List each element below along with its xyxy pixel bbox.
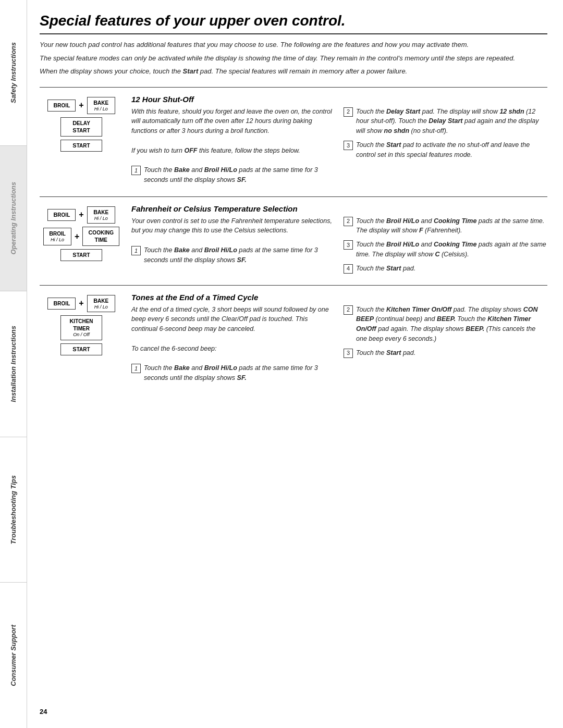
plus-icon-tones: + xyxy=(79,299,83,308)
sidebar-label-troubleshooting: Troubleshooting Tips xyxy=(9,475,17,544)
btn-kitchen-timer: KITCHENTIMEROn / Off xyxy=(60,315,102,340)
step-num-tones3: 3 xyxy=(344,349,353,358)
step-num-3: 3 xyxy=(344,141,353,150)
step-text-3: Touch the Start pad to activate the no s… xyxy=(356,140,547,160)
step-num-fc3: 3 xyxy=(344,240,353,250)
step-3-tones: 3 Touch the Start pad. xyxy=(344,348,547,358)
section-left-hour-shutoff: With this feature, should you forget and… xyxy=(131,107,335,189)
diagram-row-2: DELAYSTART xyxy=(60,117,102,136)
section-tones: BROIL + BAKEHi / Lo KITCHENTIMEROn / Off… xyxy=(40,285,547,387)
diagram-fc-row-1: BROIL + BAKEHi / Lo xyxy=(47,206,115,224)
step-num-fc2: 2 xyxy=(344,217,353,226)
sidebar-label-consumer: Consumer Support xyxy=(9,625,17,686)
main-content: Special features of your upper oven cont… xyxy=(27,0,563,728)
diagram-tones: BROIL + BAKEHi / Lo KITCHENTIMEROn / Off… xyxy=(40,293,123,387)
sidebar-section-operating: Operating Instructions xyxy=(0,146,27,292)
section-title-tones: Tones at the End of a Timed Cycle xyxy=(131,293,547,302)
step-text-tones2: Touch the Kitchen Timer On/Off pad. The … xyxy=(356,305,547,344)
section-hour-shutoff: BROIL + BAKEHi / Lo DELAYSTART START 12 … xyxy=(40,87,547,189)
intro-paragraph-2: The special feature modes can only be ac… xyxy=(40,53,547,64)
btn-bake-fc: BAKEHi / Lo xyxy=(87,206,115,224)
page-title: Special features of your upper oven cont… xyxy=(40,13,547,34)
section-title-hour-shutoff: 12 Hour Shut-Off xyxy=(131,95,547,104)
step-text-1: Touch the Bake and Broil Hi/Lo pads at t… xyxy=(144,165,335,185)
step-text-tones3: Touch the Start pad. xyxy=(356,348,415,358)
step-num-fc1: 1 xyxy=(131,246,141,255)
section-body-hour-shutoff: With this feature, should you forget and… xyxy=(131,107,547,189)
step-1-hour-shutoff: 1 Touch the Bake and Broil Hi/Lo pads at… xyxy=(131,165,335,185)
step-num-tones2: 2 xyxy=(344,305,353,315)
btn-start-fc: START xyxy=(60,249,102,261)
diagram-tones-row-1: BROIL + BAKEHi / Lo xyxy=(47,295,115,313)
step-2-hour-shutoff: 2 Touch the Delay Start pad. The display… xyxy=(344,107,547,136)
sidebar-section-consumer: Consumer Support xyxy=(0,583,27,728)
section-title-fahrenheit-celsius: Fahrenheit or Celsius Temperature Select… xyxy=(131,204,547,213)
section-left-tones: At the end of a timed cycle, 3 short bee… xyxy=(131,305,335,387)
sidebar-section-safety: Safety Instructions xyxy=(0,0,27,146)
step-1-tones: 1 Touch the Bake and Broil Hi/Lo pads at… xyxy=(131,363,335,383)
diagram-fahrenheit-celsius: BROIL + BAKEHi / Lo BROILHi / Lo + COOKI… xyxy=(40,204,123,278)
plus-icon-fc1: + xyxy=(79,210,83,219)
btn-broil-fc1: BROIL xyxy=(47,209,76,221)
sidebar-section-troubleshooting: Troubleshooting Tips xyxy=(0,437,27,583)
sidebar-label-safety: Safety Instructions xyxy=(9,42,17,103)
section-right-hour-shutoff: 2 Touch the Delay Start pad. The display… xyxy=(344,107,547,189)
btn-broil-tones: BROIL xyxy=(47,298,76,310)
step-2-fc: 2 Touch the Broil Hi/Lo and Cooking Time… xyxy=(344,216,547,236)
diagram-fc-row-2: BROILHi / Lo + COOKINGTIME xyxy=(43,227,119,245)
diagram-fc-row-3: START xyxy=(60,249,102,261)
step-text-fc2: Touch the Broil Hi/Lo and Cooking Time p… xyxy=(356,216,547,236)
step-num-1: 1 xyxy=(131,166,141,175)
step-num-fc4: 4 xyxy=(344,264,353,274)
btn-bake-1: BAKEHi / Lo xyxy=(87,97,115,115)
step-text-tones1: Touch the Bake and Broil Hi/Lo pads at t… xyxy=(144,363,335,383)
step-text-2: Touch the Delay Start pad. The display w… xyxy=(356,107,547,136)
diagram-row-3: START xyxy=(60,140,102,152)
sidebar: Safety Instructions Operating Instructio… xyxy=(0,0,27,728)
section-right-fahrenheit-celsius: 2 Touch the Broil Hi/Lo and Cooking Time… xyxy=(344,216,547,278)
section-body-tones: At the end of a timed cycle, 3 short bee… xyxy=(131,305,547,387)
step-4-fc: 4 Touch the Start pad. xyxy=(344,264,547,274)
left-note-tones: To cancel the 6-second beep: xyxy=(131,344,335,354)
step-num-2: 2 xyxy=(344,107,353,117)
page-number: 24 xyxy=(40,699,547,715)
btn-delay-start: DELAYSTART xyxy=(60,117,102,136)
section-body-fahrenheit-celsius: Your oven control is set to use the Fahr… xyxy=(131,216,547,278)
diagram-hour-shutoff: BROIL + BAKEHi / Lo DELAYSTART START xyxy=(40,95,123,189)
left-intro-hour-shutoff: With this feature, should you forget and… xyxy=(131,107,335,136)
section-left-fahrenheit-celsius: Your oven control is set to use the Fahr… xyxy=(131,216,335,278)
step-text-fc4: Touch the Start pad. xyxy=(356,264,415,274)
intro-paragraph-3: When the display shows your choice, touc… xyxy=(40,66,547,77)
btn-bake-tones: BAKEHi / Lo xyxy=(87,295,115,313)
diagram-tones-row-2: KITCHENTIMEROn / Off xyxy=(60,315,102,340)
sidebar-label-installation: Installation Instructions xyxy=(9,326,17,402)
step-text-fc3: Touch the Broil Hi/Lo and Cooking Time p… xyxy=(356,240,547,260)
content-hour-shutoff: 12 Hour Shut-Off With this feature, shou… xyxy=(131,95,547,189)
section-fahrenheit-celsius: BROIL + BAKEHi / Lo BROILHi / Lo + COOKI… xyxy=(40,196,547,278)
diagram-tones-row-3: START xyxy=(60,343,102,355)
intro-paragraph-1: Your new touch pad control has additiona… xyxy=(40,40,547,50)
btn-start-1: START xyxy=(60,140,102,152)
step-num-tones1: 1 xyxy=(131,364,141,373)
btn-cooking-time-fc: COOKINGTIME xyxy=(82,227,119,245)
plus-icon-1: + xyxy=(79,101,83,110)
left-intro-tones: At the end of a timed cycle, 3 short bee… xyxy=(131,305,335,334)
btn-start-tones: START xyxy=(60,343,102,355)
step-3-fc: 3 Touch the Broil Hi/Lo and Cooking Time… xyxy=(344,240,547,260)
step-2-tones: 2 Touch the Kitchen Timer On/Off pad. Th… xyxy=(344,305,547,344)
step-3-hour-shutoff: 3 Touch the Start pad to activate the no… xyxy=(344,140,547,160)
btn-broil-fc2: BROILHi / Lo xyxy=(43,228,71,245)
btn-broil-1: BROIL xyxy=(47,100,76,112)
left-note-hour-shutoff: If you wish to turn OFF this feature, fo… xyxy=(131,146,335,156)
sidebar-label-operating: Operating Instructions xyxy=(9,182,17,254)
diagram-row-1: BROIL + BAKEHi / Lo xyxy=(47,97,115,115)
content-fahrenheit-celsius: Fahrenheit or Celsius Temperature Select… xyxy=(131,204,547,278)
plus-icon-fc2: + xyxy=(75,232,79,241)
section-right-tones: 2 Touch the Kitchen Timer On/Off pad. Th… xyxy=(344,305,547,387)
left-intro-fc: Your oven control is set to use the Fahr… xyxy=(131,216,335,236)
step-1-fc: 1 Touch the Bake and Broil Hi/Lo pads at… xyxy=(131,245,335,265)
sidebar-section-installation: Installation Instructions xyxy=(0,291,27,437)
content-tones: Tones at the End of a Timed Cycle At the… xyxy=(131,293,547,387)
step-text-fc1: Touch the Bake and Broil Hi/Lo pads at t… xyxy=(144,245,335,265)
